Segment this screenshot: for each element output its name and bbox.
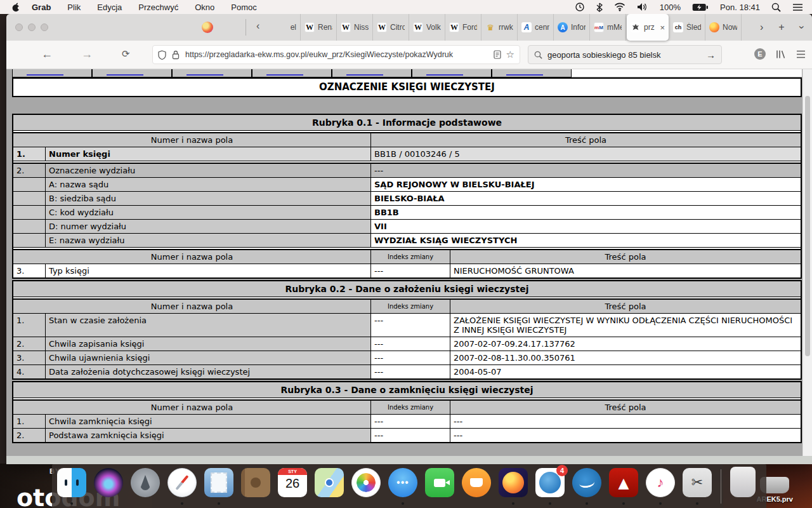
spotlight-icon[interactable]	[771, 3, 781, 12]
dock-siri[interactable]	[94, 468, 123, 497]
kw-nav-link-fragment[interactable]	[27, 71, 63, 76]
dock-launchpad[interactable]	[131, 468, 160, 497]
running-indicator-dot	[659, 502, 662, 505]
menu-edycja[interactable]: Edycja	[97, 3, 122, 12]
menu-pomoc[interactable]: Pomoc	[231, 3, 256, 12]
apple-menu-icon[interactable]	[11, 2, 20, 12]
field-name: Data założenia dotychczasowej księgi wie…	[46, 365, 371, 378]
dock-grab[interactable]: ✂	[683, 468, 712, 497]
dock-facetime[interactable]	[425, 468, 454, 497]
kw-nav-tab[interactable]	[252, 69, 332, 77]
dock-acrobat[interactable]: ▲	[609, 468, 638, 497]
index-of-change: ---	[371, 415, 450, 428]
dock-contacts[interactable]	[241, 468, 270, 497]
tab-volks[interactable]: WVolks	[409, 14, 445, 41]
url-text[interactable]: https://przegladarka-ekw.ms.gov.pl/eukw_…	[185, 50, 488, 59]
lock-icon[interactable]	[172, 50, 180, 60]
dock-messages[interactable]: •••	[388, 468, 417, 497]
bookmark-star-icon[interactable]: ☆	[506, 49, 514, 60]
dock-books[interactable]	[462, 468, 491, 497]
notification-center-icon[interactable]	[792, 3, 803, 11]
dock-photos[interactable]	[351, 468, 381, 497]
kw-nav-tab[interactable]	[12, 69, 92, 77]
firefox-logo-icon[interactable]	[202, 22, 213, 33]
wikipedia-favicon-icon: W	[304, 22, 315, 32]
kw-nav-link-fragment[interactable]	[506, 71, 543, 76]
search-bar[interactable]: geoporta sobieskiego 85 bielsk →	[528, 45, 722, 64]
tab-citroë[interactable]: WCitroë	[373, 14, 409, 41]
scroll-tabs-left-button[interactable]: ‹	[256, 20, 259, 32]
dock-firefox[interactable]	[499, 468, 528, 497]
tab-renau[interactable]: WRenau	[301, 14, 337, 41]
menu-przechwyć[interactable]: Przechwyć	[138, 3, 178, 12]
reader-mode-icon[interactable]	[494, 50, 501, 59]
tab-inform[interactable]: AInform	[554, 14, 590, 41]
reload-button[interactable]: ⟳	[122, 48, 130, 60]
kw-nav-link-fragment[interactable]	[187, 71, 223, 76]
menu-grab[interactable]: Grab	[32, 3, 51, 12]
kw-nav-tab[interactable]	[92, 69, 172, 77]
kw-nav-tab[interactable]	[412, 69, 492, 77]
menu-hamburger-icon[interactable]	[796, 50, 806, 58]
tab-ford-t[interactable]: WFord T	[445, 14, 481, 41]
column-header-index: Indeks zmiany	[371, 250, 450, 264]
extension-badge-icon[interactable]: E	[754, 48, 766, 60]
bluetooth-icon[interactable]	[596, 3, 603, 12]
vertical-scrollbar[interactable]	[802, 69, 812, 464]
tab-prz[interactable]: prz×	[627, 14, 669, 41]
minimize-window-button[interactable]	[28, 23, 36, 31]
tracking-shield-icon[interactable]	[158, 50, 166, 60]
tab-śledz[interactable]: chŚledz	[669, 14, 705, 41]
wifi-icon[interactable]	[614, 3, 625, 11]
tab-cennik[interactable]: Acennik	[518, 14, 554, 41]
document-title: OZNACZENIE KSIĘGI WIECZYSTEJ	[12, 77, 802, 97]
kw-nav-tab[interactable]	[172, 69, 252, 77]
dock-safari[interactable]	[167, 468, 197, 497]
tab-nissan[interactable]: WNissan	[337, 14, 373, 41]
field-name: Numer księgi	[46, 147, 371, 161]
tab-rrwkra[interactable]: ♛rrwkra	[481, 14, 518, 41]
volume-icon[interactable]	[637, 3, 648, 11]
running-indicator-dot	[218, 502, 220, 505]
close-window-button[interactable]	[15, 23, 23, 31]
zoom-window-button[interactable]	[41, 23, 48, 31]
field-value: ---	[450, 415, 801, 428]
menu-plik[interactable]: Plik	[67, 3, 81, 12]
library-icon[interactable]	[776, 50, 786, 59]
appstore-favicon-icon: A	[558, 22, 568, 32]
forward-button[interactable]: →	[81, 48, 93, 60]
index-of-change: ---	[371, 365, 450, 378]
tab-el[interactable]: el	[273, 14, 301, 41]
tab-mmed[interactable]: mMmMed	[590, 14, 626, 41]
time-machine-icon[interactable]	[575, 2, 585, 12]
search-go-arrow[interactable]: →	[706, 50, 716, 60]
dock-trash[interactable]	[730, 468, 759, 497]
unread-badge: 4	[556, 465, 568, 476]
kw-nav-link-fragment[interactable]	[266, 71, 303, 76]
search-query-text[interactable]: geoporta sobieskiego 85 bielsk	[547, 50, 701, 60]
dock-mail[interactable]	[204, 468, 233, 497]
kw-nav-link-fragment[interactable]	[107, 71, 143, 76]
back-button[interactable]: ←	[41, 48, 53, 60]
dock-calendar[interactable]: STY26	[278, 468, 307, 497]
address-bar[interactable]: https://przegladarka-ekw.ms.gov.pl/eukw_…	[152, 45, 520, 64]
scrollbar-thumb[interactable]	[805, 96, 810, 356]
scroll-tabs-right-button[interactable]: ›	[760, 22, 763, 33]
dock-finder[interactable]	[57, 468, 86, 497]
kw-nav-tab[interactable]	[332, 69, 412, 77]
dock-openoffice[interactable]	[572, 468, 601, 497]
field-value: 2004-05-07	[450, 365, 801, 378]
menu-okno[interactable]: Okno	[195, 3, 214, 12]
tab-nowa[interactable]: Nowa	[705, 14, 742, 41]
kw-nav-tab[interactable]	[492, 69, 572, 77]
kw-nav-link-fragment[interactable]	[346, 71, 383, 76]
menubar-clock[interactable]: Pon. 18:41	[720, 3, 760, 12]
dock-maps[interactable]	[315, 468, 344, 497]
list-all-tabs-button[interactable]: ›	[796, 25, 807, 29]
dock-itunes[interactable]: ♪	[646, 468, 675, 497]
new-tab-button[interactable]: +	[778, 22, 784, 33]
dock-thunderbird[interactable]: 4	[535, 468, 565, 497]
close-tab-icon[interactable]: ×	[660, 23, 665, 32]
kw-nav-link-fragment[interactable]	[426, 71, 463, 76]
tab-label: Nissan	[354, 23, 369, 32]
